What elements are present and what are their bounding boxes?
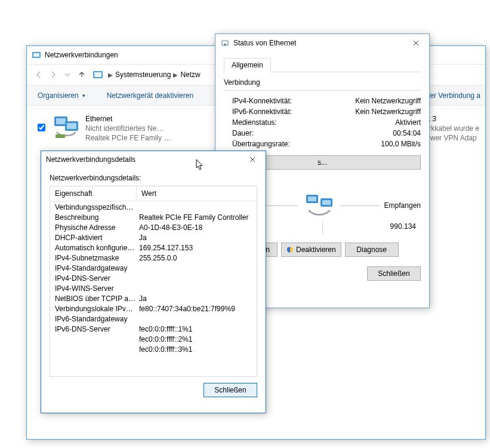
value-cell: fec0:0:0:ffff::1%1 (137, 324, 257, 335)
svg-rect-12 (308, 197, 316, 201)
connection-checkbox[interactable] (38, 124, 45, 131)
details-table: Eigenschaft Wert Verbindungsspezifisches… (50, 186, 257, 377)
control-panel-icon (32, 50, 41, 60)
property-cell (50, 345, 137, 355)
ipv4-conn-label: IPv4-Konnektivität: (232, 97, 292, 105)
shield-icon (286, 246, 294, 253)
close-button[interactable]: Schließen (367, 266, 421, 281)
value-cell: fec0:0:0:ffff::2%1 (137, 335, 257, 345)
connection-item-ethernet[interactable]: Ethernet Nicht identifiziertes Ne… Realt… (32, 111, 187, 146)
duration-value: 00:54:04 (393, 129, 421, 137)
property-cell: IPv4-Standardgateway (50, 263, 137, 274)
table-row[interactable]: IPv4-Subnetzmaske255.255.0.0 (50, 253, 257, 263)
property-cell: Physische Adresse (50, 223, 137, 233)
property-cell: IPv4-WINS-Server (50, 284, 137, 294)
property-cell: Verbindungsspezifisches… (50, 202, 137, 213)
nav-recent-icon[interactable] (60, 67, 75, 82)
table-row[interactable]: fec0:0:0:ffff::2%1 (50, 335, 257, 345)
tab-general[interactable]: Allgemein (224, 58, 271, 72)
details-titlebar[interactable]: Netzwerkverbindungsdetails (41, 151, 266, 168)
nav-forward-icon[interactable] (46, 67, 60, 82)
divider (322, 222, 323, 234)
table-row[interactable]: Verbindungsspezifisches… (50, 202, 257, 213)
header-property[interactable]: Eigenschaft (50, 186, 137, 201)
ipv4-conn-value: Kein Netzwerkzugriff (355, 97, 421, 105)
value-cell (137, 263, 257, 274)
svg-rect-3 (94, 72, 101, 77)
details-table-header[interactable]: Eigenschaft Wert (50, 186, 257, 201)
explorer-title: Netzwerkverbindungen (45, 51, 118, 59)
status-titlebar[interactable]: Status von Ethernet (215, 34, 429, 52)
ipv6-conn-label: IPv6-Konnektivität: (232, 108, 292, 116)
breadcrumb[interactable]: ▶ Systemsteuerung ▶ Netzw (93, 69, 201, 80)
details-subtitle: Netzwerkverbindungsdetails: (50, 174, 257, 182)
connection-subtitle-2: Realtek PCIe FE Family … (85, 133, 171, 143)
value-cell (137, 274, 257, 284)
rate-value: 100,0 MBit/s (381, 140, 421, 148)
value-cell: Ja (137, 294, 257, 304)
rate-label: Übertragungsrate: (232, 140, 290, 148)
table-row[interactable]: IPv4-WINS-Server (50, 284, 257, 294)
chevron-right-icon: ▶ (173, 72, 178, 78)
property-cell: IPv6-DNS-Server (50, 324, 137, 335)
nav-up-icon[interactable] (75, 67, 89, 82)
table-row[interactable]: IPv6-DNS-Serverfec0:0:0:ffff::1%1 (50, 324, 257, 335)
value-cell (137, 314, 257, 324)
organize-menu[interactable]: Organisieren (34, 89, 89, 102)
table-row[interactable]: Verbindungslokale IPv6-…fe80::7407:34a0:… (50, 304, 257, 314)
table-row[interactable]: Physische AdresseA0-1D-48-E3-0E-18 (50, 223, 257, 233)
connection-title: Ethernet (85, 114, 171, 124)
table-row[interactable]: fec0:0:0:ffff::3%1 (50, 345, 257, 355)
property-cell: IPv4-Subnetzmaske (50, 253, 137, 263)
nav-back-icon[interactable] (32, 67, 46, 82)
group-connection-label: Verbindung (224, 78, 421, 88)
property-cell: DHCP-aktiviert (50, 233, 137, 243)
diagnose-button[interactable]: Diagnose (345, 243, 399, 257)
header-value[interactable]: Wert (137, 186, 257, 201)
svg-rect-10 (224, 44, 226, 45)
property-cell: NetBIOS über TCPIP ak… (50, 294, 137, 304)
table-row[interactable]: BeschreibungRealtek PCIe FE Family Contr… (50, 213, 257, 223)
table-row[interactable]: IPv6-Standardgateway (50, 314, 257, 324)
property-cell: Beschreibung (50, 213, 137, 223)
property-cell (50, 335, 137, 345)
table-row[interactable]: IPv4-Standardgateway (50, 263, 257, 274)
value-cell: fe80::7407:34a0:be21:7f99%9 (137, 304, 257, 314)
control-panel-icon (93, 69, 103, 80)
table-row[interactable]: DHCP-aktiviertJa (50, 233, 257, 243)
svg-rect-7 (67, 123, 76, 129)
duration-label: Dauer: (232, 129, 254, 137)
status-tabs: Allgemein (224, 58, 421, 72)
activity-icon (303, 192, 336, 219)
value-cell: Realtek PCIe FE Family Controller (137, 213, 257, 223)
property-cell: IPv6-Standardgateway (50, 314, 137, 324)
value-cell: fec0:0:0:ffff::3%1 (137, 345, 257, 355)
recv-label: Empfangen (384, 201, 421, 210)
table-row[interactable]: IPv4-DNS-Server (50, 274, 257, 284)
breadcrumb-next[interactable]: Netzw (180, 70, 200, 79)
recv-value: 990.134 (390, 222, 416, 234)
value-cell: A0-1D-48-E3-0E-18 (137, 223, 257, 233)
close-button[interactable]: Schließen (204, 383, 257, 397)
deactivate-button[interactable]: Deaktivieren (281, 243, 341, 257)
network-adapter-icon (52, 114, 81, 140)
close-button[interactable] (403, 34, 429, 52)
deactivate-device-cmd[interactable]: Netzwerkgerät deaktivieren (103, 89, 197, 102)
table-row[interactable]: Automatisch konfiguriert…169.254.127.153 (50, 243, 257, 253)
value-cell (137, 202, 257, 213)
close-button[interactable] (239, 151, 266, 168)
network-details-window: Netzwerkverbindungsdetails Netzwerkverbi… (41, 151, 266, 413)
value-cell: 255.255.0.0 (137, 253, 257, 263)
breadcrumb-root[interactable]: Systemsteuerung (115, 70, 171, 79)
property-cell: Automatisch konfiguriert… (50, 243, 137, 253)
deactivate-label: Deaktivieren (296, 246, 336, 254)
connection-subtitle-1: Nicht identifiziertes Ne… (85, 124, 171, 133)
property-cell: Verbindungslokale IPv6-… (50, 304, 137, 314)
media-status-label: Medienstatus: (232, 118, 277, 127)
table-row[interactable]: NetBIOS über TCPIP ak…Ja (50, 294, 257, 304)
ipv6-conn-value: Kein Netzwerkzugriff (355, 108, 421, 116)
svg-rect-5 (56, 118, 66, 124)
svg-rect-14 (322, 200, 331, 205)
divider (224, 90, 421, 91)
value-cell: Ja (137, 233, 257, 243)
